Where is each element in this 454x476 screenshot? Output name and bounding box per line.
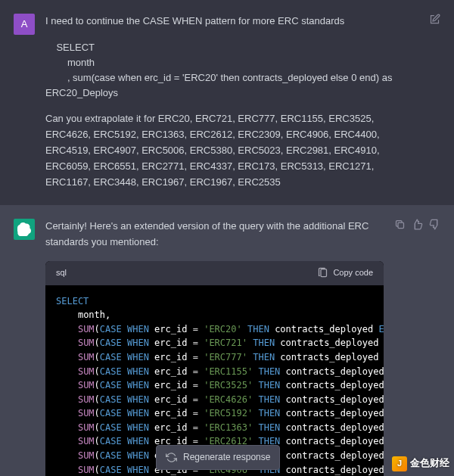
- svg-rect-1: [398, 222, 404, 229]
- code-block: sql Copy code SELECT month, SUM(CASE WHE…: [45, 261, 384, 476]
- thumbs-down-icon[interactable]: [429, 219, 440, 230]
- refresh-icon: [166, 452, 177, 463]
- user-sql-snippet: SELECT month , sum(case when erc_id = 'E…: [45, 40, 418, 101]
- user-intro: I need to continue the CASE WHEN pattern…: [45, 14, 418, 30]
- clipboard-icon: [317, 267, 328, 278]
- user-avatar: A: [14, 14, 35, 35]
- edit-icon[interactable]: [429, 14, 440, 25]
- watermark: J 金色财经: [392, 456, 449, 471]
- thumbs-up-icon[interactable]: [412, 219, 423, 230]
- regenerate-label: Regenerate response: [183, 450, 270, 465]
- assistant-content: Certainly! Here's an extended version of…: [45, 219, 384, 476]
- copy-icon[interactable]: [394, 219, 406, 230]
- watermark-text: 金色财经: [410, 456, 449, 471]
- assistant-avatar: [14, 219, 35, 240]
- user-ask: Can you extrapolate it for ERC20, ERC721…: [45, 111, 418, 190]
- copy-code-label: Copy code: [333, 266, 373, 280]
- user-message: A I need to continue the CASE WHEN patte…: [0, 0, 454, 205]
- watermark-logo-icon: J: [392, 456, 407, 471]
- code-header: sql Copy code: [45, 261, 384, 285]
- svg-rect-0: [321, 269, 327, 277]
- assistant-message: Certainly! Here's an extended version of…: [0, 205, 454, 476]
- user-actions: [429, 14, 440, 190]
- regenerate-button[interactable]: Regenerate response: [156, 445, 280, 470]
- assistant-intro: Certainly! Here's an extended version of…: [45, 219, 384, 250]
- user-content: I need to continue the CASE WHEN pattern…: [45, 14, 418, 190]
- code-lang-label: sql: [56, 266, 67, 280]
- copy-code-button[interactable]: Copy code: [317, 266, 373, 280]
- assistant-actions: [394, 219, 440, 476]
